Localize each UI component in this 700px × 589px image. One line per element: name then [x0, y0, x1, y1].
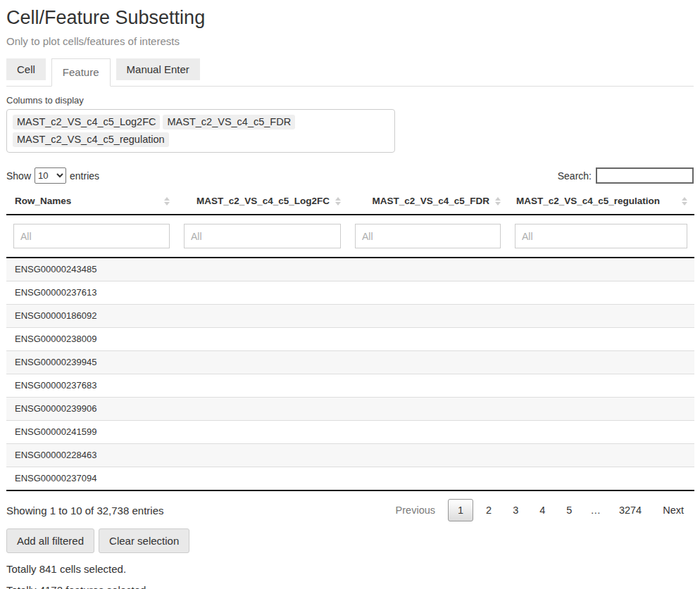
table-header-row: Row_NamesMAST_c2_VS_c4_c5_Log2FCMAST_c2_… — [6, 189, 694, 215]
table-row[interactable]: ENSG00000243485 — [6, 258, 694, 281]
table-row[interactable]: ENSG00000237683 — [6, 374, 694, 398]
cell-row-name: ENSG00000241599 — [6, 421, 177, 444]
datatable-footer: Showing 1 to 10 of 32,738 entries Previo… — [6, 499, 694, 521]
cell-row-name: ENSG00000239945 — [6, 351, 177, 374]
column-header-mast-c2-vs-c4-c5-log2fc[interactable]: MAST_c2_VS_c4_c5_Log2FC — [177, 189, 348, 215]
table-row[interactable]: ENSG00000239945 — [6, 351, 694, 374]
cell-row-name: ENSG00000237613 — [6, 281, 177, 305]
cell-value — [177, 281, 348, 305]
column-header-label: MAST_c2_VS_c4_c5_Log2FC — [196, 196, 330, 206]
cell-value — [348, 351, 508, 374]
selected-column-tag[interactable]: MAST_c2_VS_c4_c5_FDR — [163, 115, 295, 129]
selected-column-tag[interactable]: MAST_c2_VS_c4_c5_regulation — [13, 132, 169, 147]
table-info: Showing 1 to 10 of 32,738 entries — [6, 505, 164, 517]
columns-select[interactable]: MAST_c2_VS_c4_c5_Log2FCMAST_c2_VS_c4_c5_… — [6, 109, 395, 153]
cell-value — [177, 444, 348, 467]
column-filter-row-names[interactable] — [13, 224, 170, 248]
search-input[interactable] — [596, 167, 694, 184]
table-row[interactable]: ENSG00000237094 — [6, 467, 694, 491]
cell-row-name: ENSG00000237094 — [6, 467, 177, 491]
selected-column-tag[interactable]: MAST_c2_VS_c4_c5_Log2FC — [13, 115, 160, 129]
table-row[interactable]: ENSG00000237613 — [6, 281, 694, 305]
column-header-label: MAST_c2_VS_c4_c5_FDR — [372, 196, 489, 206]
page-length-control: Show 10 entries — [6, 167, 99, 184]
cell-value — [508, 305, 694, 328]
pagination-ellipsis: … — [585, 500, 606, 521]
page-length-select[interactable]: 10 — [35, 167, 66, 184]
columns-to-display-label: Columns to display — [6, 95, 694, 106]
cell-value — [508, 351, 694, 374]
column-filter-mast-c2-vs-c4-c5-regulation[interactable] — [515, 224, 687, 248]
cell-value — [177, 351, 348, 374]
cell-row-name: ENSG00000238009 — [6, 328, 177, 351]
cell-value — [348, 444, 508, 467]
action-buttons: Add all filtered Clear selection — [6, 528, 694, 553]
pagination-page-2[interactable]: 2 — [477, 500, 500, 521]
search-control: Search: — [558, 167, 694, 184]
add-all-filtered-button[interactable]: Add all filtered — [6, 528, 94, 553]
cell-value — [177, 328, 348, 351]
previous-button[interactable]: Previous — [387, 500, 444, 521]
tab-bar: CellFeatureManual Enter — [6, 58, 694, 87]
cell-value — [508, 398, 694, 421]
table-row[interactable]: ENSG00000186092 — [6, 305, 694, 328]
features-selected-status: Totally 4172 features selected. — [6, 584, 694, 589]
datatable-controls: Show 10 entries Search: — [6, 167, 694, 184]
sort-icon[interactable] — [335, 197, 341, 205]
features-table: Row_NamesMAST_c2_VS_c4_c5_Log2FCMAST_c2_… — [6, 189, 694, 491]
cell-value — [177, 374, 348, 398]
pagination-page-5[interactable]: 5 — [558, 500, 580, 521]
cell-row-name: ENSG00000186092 — [6, 305, 177, 328]
cell-value — [348, 281, 508, 305]
cell-value — [508, 421, 694, 444]
search-label: Search: — [558, 170, 592, 182]
cell-value — [177, 258, 348, 281]
tab-manual-enter[interactable]: Manual Enter — [116, 58, 200, 80]
cell-value — [348, 374, 508, 398]
cell-value — [348, 467, 508, 491]
entries-label: entries — [70, 170, 99, 182]
cell-value — [177, 398, 348, 421]
cell-value — [508, 328, 694, 351]
column-header-row-names[interactable]: Row_Names — [6, 189, 177, 215]
cell-row-name: ENSG00000239906 — [6, 398, 177, 421]
sort-icon[interactable] — [164, 197, 170, 205]
cell-value — [508, 444, 694, 467]
column-filter-mast-c2-vs-c4-c5-fdr[interactable] — [355, 224, 501, 248]
cell-row-name: ENSG00000237683 — [6, 374, 177, 398]
cell-value — [508, 374, 694, 398]
cell-value — [177, 305, 348, 328]
table-row[interactable]: ENSG00000238009 — [6, 328, 694, 351]
cell-value — [348, 328, 508, 351]
column-header-label: MAST_c2_VS_c4_c5_regulation — [516, 196, 660, 206]
column-header-mast-c2-vs-c4-c5-regulation[interactable]: MAST_c2_VS_c4_c5_regulation — [508, 189, 694, 215]
clear-selection-button[interactable]: Clear selection — [99, 528, 189, 553]
cell-row-name: ENSG00000243485 — [6, 258, 177, 281]
tab-cell[interactable]: Cell — [6, 58, 46, 80]
pagination-page-4[interactable]: 4 — [531, 500, 554, 521]
cell-value — [348, 398, 508, 421]
cell-value — [348, 305, 508, 328]
column-filter-mast-c2-vs-c4-c5-log2fc[interactable] — [184, 224, 341, 248]
cell-value — [177, 467, 348, 491]
table-row[interactable]: ENSG00000239906 — [6, 398, 694, 421]
table-row[interactable]: ENSG00000228463 — [6, 444, 694, 467]
sort-icon[interactable] — [495, 197, 501, 205]
pagination: Previous12345…3274Next — [385, 499, 694, 521]
page-title: Cell/Feature Subsetting — [6, 7, 694, 29]
column-header-mast-c2-vs-c4-c5-fdr[interactable]: MAST_c2_VS_c4_c5_FDR — [348, 189, 508, 215]
sort-icon[interactable] — [682, 197, 687, 205]
cells-selected-status: Totally 841 cells selected. — [6, 563, 694, 575]
table-row[interactable]: ENSG00000241599 — [6, 421, 694, 444]
cell-value — [508, 281, 694, 305]
pagination-page-3274[interactable]: 3274 — [611, 500, 650, 521]
next-button[interactable]: Next — [654, 500, 692, 521]
table-filter-row — [6, 215, 694, 258]
pagination-page-1[interactable]: 1 — [448, 499, 473, 521]
cell-value — [508, 467, 694, 491]
cell-value — [508, 258, 694, 281]
show-label: Show — [6, 170, 31, 182]
pagination-page-3[interactable]: 3 — [504, 500, 527, 521]
column-header-label: Row_Names — [15, 196, 71, 206]
tab-feature[interactable]: Feature — [51, 58, 111, 87]
